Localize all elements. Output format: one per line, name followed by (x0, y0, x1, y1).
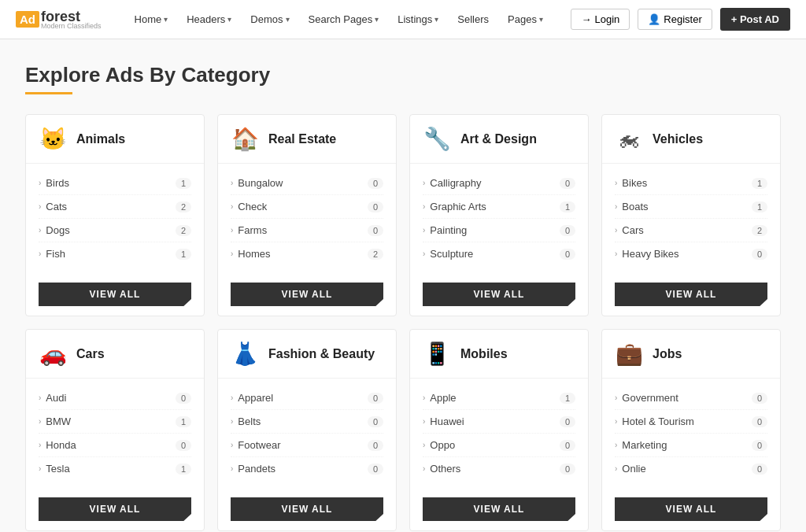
chevron-right-icon: › (615, 417, 617, 426)
item-count: 0 (368, 440, 383, 451)
chevron-right-icon: › (231, 464, 233, 473)
list-item[interactable]: ›Others0 (423, 457, 575, 480)
nav-home[interactable]: Home ▾ (125, 0, 178, 39)
chevron-down-icon: ▾ (375, 15, 379, 24)
list-item[interactable]: ›Honda0 (39, 434, 191, 457)
logo[interactable]: Ad forest Modern Classifieds (16, 9, 102, 30)
item-label: Apple (430, 392, 456, 404)
nav-pages[interactable]: Pages ▾ (498, 0, 553, 39)
nav-headers[interactable]: Headers ▾ (177, 0, 241, 39)
item-label: Bikes (622, 177, 647, 189)
list-item[interactable]: ›Bungalow0 (231, 172, 383, 195)
logo-sub-text: Modern Classifieds (41, 22, 102, 30)
list-item[interactable]: ›Audi0 (39, 386, 191, 410)
card-title-art-design: Art & Design (460, 132, 537, 146)
view-all-button-jobs[interactable]: VIEW ALL (615, 497, 767, 521)
list-item[interactable]: ›Heavy Bikes0 (615, 242, 767, 265)
view-all-button-real-estate[interactable]: VIEW ALL (231, 283, 383, 306)
post-ad-label: + Post AD (731, 13, 779, 25)
list-item[interactable]: ›Oppo0 (423, 434, 575, 457)
list-item[interactable]: ›BMW1 (39, 410, 191, 434)
view-all-button-animals[interactable]: VIEW ALL (39, 283, 191, 306)
item-label: Birds (46, 177, 69, 189)
list-item[interactable]: ›Check0 (231, 195, 383, 219)
view-all-button-fashion-beauty[interactable]: VIEW ALL (231, 497, 383, 521)
item-label: Graphic Arts (430, 201, 486, 212)
card-footer-vehicles: VIEW ALL (602, 273, 780, 316)
item-count: 2 (368, 249, 383, 260)
card-footer-animals: VIEW ALL (26, 273, 204, 316)
list-item[interactable]: ›Government0 (615, 386, 767, 410)
item-link: ›Sculpture (423, 248, 473, 260)
card-title-fashion-beauty: Fashion & Beauty (268, 347, 375, 361)
list-item[interactable]: ›Farms0 (231, 219, 383, 242)
nav-demos[interactable]: Demos ▾ (241, 0, 298, 39)
nav-listings[interactable]: Listings ▾ (388, 0, 448, 39)
chevron-right-icon: › (423, 226, 425, 235)
chevron-right-icon: › (423, 417, 425, 426)
chevron-down-icon: ▾ (286, 15, 290, 24)
item-label: Check (238, 201, 267, 212)
item-label: Cars (622, 224, 643, 236)
view-all-button-vehicles[interactable]: VIEW ALL (615, 283, 767, 306)
list-item[interactable]: ›Cars2 (615, 219, 767, 242)
list-item[interactable]: ›Tesla1 (39, 457, 191, 480)
item-link: ›Check (231, 201, 267, 212)
list-item[interactable]: ›Huawei0 (423, 410, 575, 434)
list-item[interactable]: ›Sculpture0 (423, 242, 575, 265)
post-ad-button[interactable]: + Post AD (720, 8, 790, 31)
chevron-down-icon: ▾ (539, 15, 543, 24)
list-item[interactable]: ›Birds1 (39, 172, 191, 195)
item-link: ›Audi (39, 392, 66, 404)
item-count: 1 (560, 201, 575, 212)
register-button[interactable]: 👤 Register (638, 9, 712, 30)
category-card-real-estate: 🏠Real Estate›Bungalow0›Check0›Farms0›Hom… (217, 114, 397, 316)
nav-search-pages[interactable]: Search Pages ▾ (299, 0, 389, 39)
main-content: Explore Ads By Category 🐱Animals›Birds1›… (9, 39, 797, 532)
list-item[interactable]: ›Pandets0 (231, 457, 383, 480)
item-count: 0 (560, 249, 575, 260)
item-link: ›Pandets (231, 463, 275, 475)
list-item[interactable]: ›Footwear0 (231, 434, 383, 457)
nav-sellers[interactable]: Sellers (448, 0, 498, 39)
list-item[interactable]: ›Bikes1 (615, 172, 767, 195)
item-link: ›Cats (39, 201, 67, 212)
item-count: 1 (176, 178, 191, 189)
item-link: ›Farms (231, 224, 267, 236)
chevron-right-icon: › (615, 249, 617, 258)
item-label: Honda (46, 439, 76, 451)
item-label: Bungalow (238, 177, 283, 189)
item-link: ›Belts (231, 416, 261, 427)
list-item[interactable]: ›Apparel0 (231, 386, 383, 410)
item-label: Tesla (46, 463, 69, 475)
view-all-button-cars[interactable]: VIEW ALL (39, 497, 191, 521)
list-item[interactable]: ›Fish1 (39, 242, 191, 265)
list-item[interactable]: ›Marketing0 (615, 434, 767, 457)
item-link: ›Graphic Arts (423, 201, 486, 212)
item-label: Pandets (238, 463, 275, 475)
item-count: 0 (176, 440, 191, 451)
list-item[interactable]: ›Homes2 (231, 242, 383, 265)
chevron-right-icon: › (615, 464, 617, 473)
item-count: 1 (752, 201, 767, 212)
list-item[interactable]: ›Calligraphy0 (423, 172, 575, 195)
view-all-button-art-design[interactable]: VIEW ALL (423, 283, 575, 306)
card-footer-fashion-beauty: VIEW ALL (218, 488, 396, 530)
list-item[interactable]: ›Cats2 (39, 195, 191, 219)
list-item[interactable]: ›Graphic Arts1 (423, 195, 575, 219)
item-count: 0 (560, 178, 575, 189)
item-link: ›Fish (39, 248, 65, 260)
item-link: ›Marketing (615, 439, 667, 451)
list-item[interactable]: ›Boats1 (615, 195, 767, 219)
list-item[interactable]: ›Dogs2 (39, 219, 191, 242)
list-item[interactable]: ›Onlie0 (615, 457, 767, 480)
view-all-button-mobiles[interactable]: VIEW ALL (423, 497, 575, 521)
item-label: Fish (46, 248, 65, 260)
list-item[interactable]: ›Apple1 (423, 386, 575, 410)
list-item[interactable]: ›Belts0 (231, 410, 383, 434)
list-item[interactable]: ›Hotel & Tourism0 (615, 410, 767, 434)
item-label: Homes (238, 248, 270, 260)
list-item[interactable]: ›Painting0 (423, 219, 575, 242)
login-button[interactable]: → Login (571, 9, 630, 30)
card-header-jobs: 💼Jobs (602, 330, 780, 379)
